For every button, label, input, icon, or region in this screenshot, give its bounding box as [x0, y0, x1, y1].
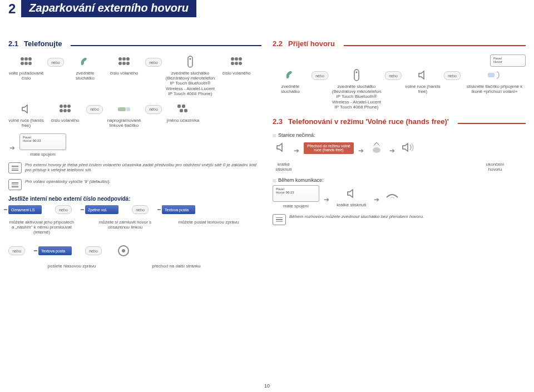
section-2-1-num: 2.1	[8, 39, 18, 48]
svg-point-20	[60, 105, 63, 108]
display2-detail: Hovor 00:23	[276, 191, 316, 194]
or-pill: nebo	[132, 205, 149, 214]
softkey-text-mail[interactable]: Textova posta	[162, 205, 195, 214]
lift-handset-step: zvedněte sluchátko	[273, 68, 308, 94]
display-screen: Pavel Hovor 00:23	[19, 133, 66, 150]
speaker-icon	[343, 186, 360, 201]
svg-point-18	[235, 62, 238, 65]
section-2-1-heading: 2.1 Telefonujte	[8, 39, 261, 48]
opt3-label: můžete poslat textovou zprávu	[175, 220, 242, 235]
svg-rect-26	[118, 107, 126, 111]
speaker-active-icon	[399, 140, 416, 155]
svg-point-17	[231, 62, 234, 65]
keypad-icon	[57, 102, 73, 116]
name-label: jméno účastníka	[167, 118, 199, 123]
svg-point-21	[63, 105, 67, 108]
section-2-1-title: Telefonujte	[24, 39, 62, 48]
tip-external: Pro externí hovory je třeba před číslem …	[8, 162, 261, 173]
section-2-3-title: Telefonování v režimu 'Volné ruce (hands…	[288, 117, 449, 126]
svg-point-19	[239, 62, 242, 65]
svg-point-14	[231, 57, 234, 61]
hf-label: volné ruce (hands free)	[405, 84, 441, 94]
arrow-icon: ➔	[357, 147, 365, 155]
section-2-2-heading: 2.2 Přijetí hovoru	[273, 39, 526, 48]
handset-onhook-icon	[384, 188, 400, 203]
svg-point-16	[239, 57, 242, 61]
svg-point-22	[67, 105, 71, 108]
display-incoming: Pavel Hovor	[490, 54, 526, 67]
bt-handset-step: zvedněte sluchátko (Bezdrátový mikrotele…	[165, 54, 215, 96]
prog-key-icon	[116, 102, 132, 116]
dial-label: volte požadované číslo	[8, 71, 44, 81]
speaker-icon	[18, 102, 34, 116]
prog-key-step: naprogramované linkové tlačítko	[106, 102, 142, 128]
svg-rect-36	[488, 73, 495, 77]
or-pill: nebo	[145, 58, 162, 67]
svg-point-6	[118, 57, 122, 61]
or-pill: nebo	[385, 71, 402, 80]
left-column: 2.1 Telefonujte volte požadované číslo n…	[8, 32, 261, 269]
divider	[458, 123, 526, 124]
softkey-text-mail-2[interactable]: Textova posta	[38, 246, 72, 255]
section-2-2-num: 2.2	[273, 39, 283, 48]
section-2-3-heading: 2.3 Telefonování v režimu 'Volné ruce (h…	[273, 117, 526, 126]
svg-point-37	[373, 147, 380, 153]
svg-rect-34	[354, 70, 359, 81]
svg-rect-27	[126, 107, 130, 111]
dial-number3-step: číslo volaného	[219, 54, 254, 76]
arrow-icon: ➔	[323, 196, 330, 204]
or-pill: nebo	[86, 105, 103, 114]
or-pill: nebo	[312, 71, 328, 80]
lift-label: zvedněte sluchátko	[273, 84, 308, 94]
lift-handset-step: zvedněte sluchátko	[67, 54, 103, 81]
arrow-icon: ➔	[293, 147, 300, 155]
svg-point-8	[126, 57, 130, 61]
right-column: 2.2 Přijetí hovoru Pavel Hovor zvedněte …	[273, 32, 526, 269]
keypad-icon	[18, 54, 34, 69]
or-pill: nebo	[145, 105, 162, 114]
dial-number4-step: číslo volaného	[47, 102, 83, 123]
num2-label: číslo volaného	[222, 71, 250, 76]
bt-handset-step: zvedněte sluchátko (Bezdrátový mikrotele…	[332, 68, 382, 110]
opt2-label: můžete si zamluvit hovor s obsazenou lin…	[92, 220, 159, 235]
svg-point-11	[126, 62, 130, 65]
alpha-keypad-icon	[175, 102, 191, 116]
or-pill: nebo	[8, 246, 25, 255]
svg-rect-12	[188, 56, 192, 67]
tip2-text: Pro volání operátorky vytočte '9' (defau…	[25, 179, 111, 184]
tip-operator: Pro volání operátorky vytočte '9' (defau…	[8, 179, 261, 190]
svg-point-13	[190, 58, 191, 60]
section-2-2-title: Přijetí hovoru	[288, 39, 335, 48]
incoming-linekey-step: stiskněte tlačítko připojené k ikoně «př…	[464, 68, 525, 94]
svg-point-5	[28, 62, 32, 65]
svg-point-35	[356, 72, 358, 73]
line-label: stiskněte tlačítko připojené k ikoně «př…	[464, 84, 525, 94]
svg-point-15	[235, 57, 238, 61]
softkey-callback[interactable]: Zpetne vol.	[85, 205, 118, 214]
arrow-icon: ➔	[373, 196, 380, 204]
softkey-announce-ls[interactable]: Oznameni LS	[8, 205, 42, 214]
svg-rect-30	[180, 109, 183, 112]
svg-point-2	[28, 57, 32, 61]
nav-circle-icon	[115, 244, 132, 258]
bt-label: zvedněte sluchátko (Bezdrátový mikrotele…	[165, 71, 215, 96]
svg-point-1	[24, 57, 28, 61]
opt5-label: přechod na další stránku	[149, 264, 204, 269]
note-icon	[8, 162, 22, 173]
lift-label: zvedněte sluchátko	[67, 71, 103, 81]
keypad-icon	[116, 54, 132, 69]
svg-point-9	[118, 62, 122, 65]
bt-handset-icon	[182, 54, 199, 69]
bt-label: zvedněte sluchátko (Bezdrátový mikrotele…	[332, 84, 382, 110]
short-press-label: krátké stisknutí	[273, 162, 295, 172]
opt1-label: můžete aktivovat jeho příposlech a „nási…	[8, 220, 75, 235]
display-detail: Hovor 00:23	[23, 139, 63, 142]
bt-handset-icon	[348, 68, 365, 82]
svg-rect-28	[177, 105, 181, 108]
handset-icon	[77, 54, 93, 69]
svg-point-33	[122, 249, 125, 252]
arrow-icon: ➔	[388, 147, 396, 155]
divider	[344, 45, 526, 46]
handset-icon	[282, 68, 299, 82]
tip-lift-during-hf: Během rozhovoru můžete zvednout sluchátk…	[273, 214, 526, 225]
